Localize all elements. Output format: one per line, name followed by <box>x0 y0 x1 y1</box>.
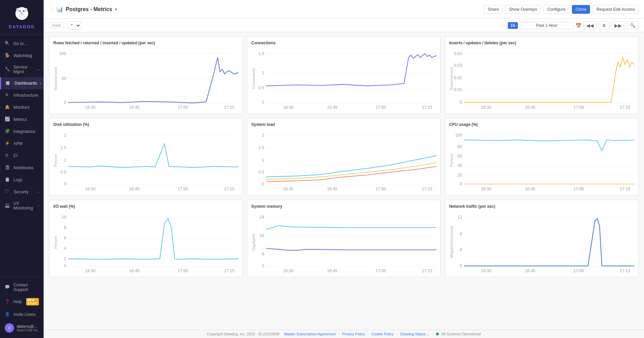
copyright-text: Copyright Datadog, Inc. 2023 · 35.219108… <box>207 332 282 336</box>
chart-svg-inserts: 0.04 0.03 0.02 0.01 0 Rows/second 16: <box>449 48 634 109</box>
sidebar-item-apm[interactable]: ⚡ APM <box>0 138 44 150</box>
sidebar-item-logs[interactable]: 📋 Logs <box>0 174 44 186</box>
svg-text:1: 1 <box>262 158 264 162</box>
sidebar-nav: 🔍 Go to... 🐕 Watchdog 🔧 Service Mgmt › ▦… <box>0 35 44 277</box>
svg-text:16:45: 16:45 <box>525 105 535 109</box>
svg-text:0: 0 <box>64 263 66 268</box>
sidebar-label-apm: APM <box>13 141 22 146</box>
svg-text:16:45: 16:45 <box>327 187 337 191</box>
search-zoom-button[interactable]: 🔍 <box>627 21 639 29</box>
help-icon: ❓ <box>5 299 11 305</box>
svg-text:16:30: 16:30 <box>283 268 293 273</box>
sidebar-item-service-mgmt[interactable]: 🔧 Service Mgmt › <box>0 62 44 77</box>
search-icon: 🔍 <box>5 41 11 47</box>
sidebar-item-watchdog[interactable]: 🐕 Watchdog <box>0 50 44 62</box>
svg-text:0: 0 <box>460 100 462 105</box>
chevron-icon: › <box>38 204 39 208</box>
chart-line-icon: 📈 <box>5 116 11 123</box>
svg-text:16:45: 16:45 <box>129 187 140 191</box>
status-link[interactable]: Datadog Status ... <box>400 332 430 336</box>
svg-text:16:45: 16:45 <box>525 268 535 273</box>
sidebar-label-metrics: Metrics <box>13 117 27 122</box>
svg-text:17:00: 17:00 <box>574 268 584 273</box>
sidebar-item-invite-users[interactable]: 👤 Invite Users <box>0 308 44 321</box>
favorite-icon[interactable]: ☆ <box>49 6 54 12</box>
share-button[interactable]: Share <box>484 5 502 14</box>
svg-text:16:30: 16:30 <box>481 268 491 273</box>
svg-text:16:30: 16:30 <box>85 105 96 109</box>
status-text: All Systems Operational <box>441 332 481 336</box>
time-range-display[interactable]: Past 1 Hour <box>520 22 574 29</box>
time-next-button[interactable]: ▶▶ <box>611 21 625 30</box>
scope-dropdown[interactable]: * <box>67 21 81 30</box>
svg-text:17:00: 17:00 <box>376 187 386 191</box>
svg-text:2: 2 <box>64 133 66 138</box>
sidebar-item-goto[interactable]: 🔍 Go to... <box>0 38 44 50</box>
sidebar-item-ux-monitoring[interactable]: 💻 UX Monitoring › <box>0 198 44 213</box>
sidebar-item-dashboards[interactable]: ▦ Dashboards › <box>0 77 44 89</box>
svg-text:17:00: 17:00 <box>178 187 188 191</box>
svg-text:4: 4 <box>64 246 66 251</box>
time-preset-badge: 1h <box>508 22 518 29</box>
chart-title-network: Network traffic (per sec) <box>449 204 634 209</box>
svg-text:1.5: 1.5 <box>60 145 66 150</box>
svg-text:80: 80 <box>458 144 462 149</box>
svg-text:17:15: 17:15 <box>224 268 234 273</box>
sidebar-item-ci[interactable]: ⚙ CI <box>0 150 44 162</box>
activity-icon: ⚡ <box>5 141 11 147</box>
svg-text:17:15: 17:15 <box>422 268 432 273</box>
chart-title-system-load: System load <box>251 122 436 127</box>
svg-text:17:00: 17:00 <box>574 105 584 109</box>
cookie-link[interactable]: Cookie Policy <box>371 332 394 336</box>
chart-io-wait: I/O wait (%) 10 8 6 4 2 0 <box>49 200 243 277</box>
svg-text:Rows/second: Rows/second <box>54 67 58 90</box>
svg-point-2 <box>19 10 21 12</box>
svg-text:17:00: 17:00 <box>574 187 584 191</box>
privacy-link[interactable]: Privacy Policy <box>342 332 365 336</box>
svg-text:0.04: 0.04 <box>454 51 462 56</box>
svg-text:17:15: 17:15 <box>422 105 432 109</box>
svg-text:16:30: 16:30 <box>481 187 491 191</box>
time-prev-button[interactable]: ◀◀ <box>583 21 597 30</box>
svg-text:16:45: 16:45 <box>129 268 140 273</box>
title-dropdown-icon[interactable]: ▾ <box>115 7 117 12</box>
svg-text:2: 2 <box>64 256 66 261</box>
chart-title-inserts: Inserts / updates / deletes (per sec) <box>449 41 634 45</box>
svg-text:100: 100 <box>59 51 66 56</box>
clone-button[interactable]: Clone <box>572 5 590 14</box>
sidebar-item-help[interactable]: ❓ Help NEW STUFF <box>0 295 44 308</box>
shield-icon: 🛡 <box>5 189 11 195</box>
svg-text:16:30: 16:30 <box>481 105 491 109</box>
show-overlays-button[interactable]: Show Overlays <box>505 5 541 14</box>
sidebar-item-contact-support[interactable]: 💬 Contact Support <box>0 280 44 295</box>
status-dot <box>436 333 439 335</box>
svg-text:0.01: 0.01 <box>454 87 462 92</box>
time-pause-button[interactable]: ⏸ <box>599 21 609 30</box>
sidebar-item-integrations[interactable]: 🧩 Integrations <box>0 126 44 138</box>
chart-system-memory: System memory 24 16 8 0 Gigabytes <box>247 200 441 277</box>
configure-button[interactable]: Configure <box>543 5 569 14</box>
svg-text:Percent: Percent <box>449 154 453 167</box>
svg-text:Percent: Percent <box>54 154 58 167</box>
sidebar-item-notebooks[interactable]: 📓 Notebooks <box>0 162 44 174</box>
sidebar-item-metrics[interactable]: 📈 Metrics <box>0 113 44 126</box>
chart-system-load: System load 2 1.5 1 0.5 0 <box>247 118 441 195</box>
request-edit-button[interactable]: Request Edit Access <box>593 5 639 14</box>
svg-text:2: 2 <box>262 133 264 138</box>
msa-link[interactable]: Master Subscription Agreement <box>284 332 335 336</box>
sidebar-item-security[interactable]: 🛡 Security › <box>0 186 44 198</box>
sidebar-item-infrastructure[interactable]: 🖥 Infrastructure <box>0 89 44 101</box>
svg-text:50: 50 <box>62 76 66 81</box>
topbar: ☆ 📊 Postgres - Metrics ▾ Share Show Over… <box>44 0 644 19</box>
sidebar-user[interactable]: D diptaroy@app... AppsCode Inc. <box>0 321 44 335</box>
datadog-logo-icon <box>13 5 31 23</box>
chart-svg-network: 12 8 4 0 Megabytes/second 16:30 16:45 <box>449 211 634 273</box>
chart-title-memory: System memory <box>251 204 436 209</box>
svg-text:17:15: 17:15 <box>620 187 630 191</box>
svg-text:17:15: 17:15 <box>224 105 234 109</box>
svg-point-3 <box>23 10 24 12</box>
sidebar-item-monitors[interactable]: 🔔 Monitors <box>0 101 44 113</box>
server-icon: 🖥 <box>5 92 11 98</box>
sidebar-label-infrastructure: Infrastructure <box>13 93 38 98</box>
chart-title-io-wait: I/O wait (%) <box>53 204 238 209</box>
